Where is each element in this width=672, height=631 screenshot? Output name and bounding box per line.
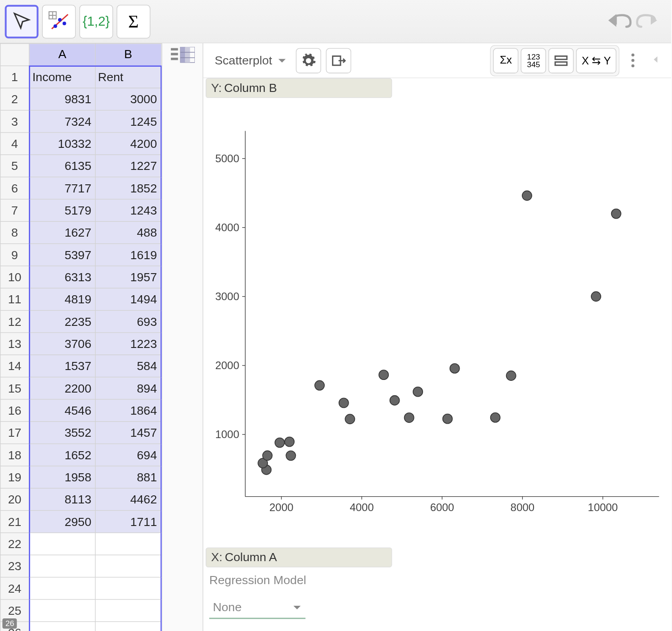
cell-B18[interactable]: 694 [95, 444, 161, 466]
cell-A21[interactable]: 2950 [29, 511, 95, 533]
cell-A1[interactable]: Income [29, 66, 95, 88]
x-axis-label[interactable]: X: Column A [206, 548, 392, 567]
cell-A13[interactable]: 3706 [29, 333, 95, 355]
cell-A10[interactable]: 6313 [29, 266, 95, 288]
row-head-1[interactable]: 1 [0, 66, 29, 88]
row-head-3[interactable]: 3 [0, 110, 29, 133]
row-head-24[interactable]: 24 [0, 577, 29, 599]
cell-A7[interactable]: 5179 [29, 199, 95, 221]
cell-B1[interactable]: Rent [95, 66, 161, 88]
row-head-20[interactable]: 20 [0, 488, 29, 510]
layout-button[interactable] [548, 48, 574, 73]
row-head-23[interactable]: 23 [0, 555, 29, 577]
col-head-B[interactable]: B [95, 44, 161, 66]
show-data-button[interactable]: 123345 [521, 48, 546, 73]
scatter-plot[interactable]: 1000200030004000500020004000600080001000… [203, 101, 665, 545]
row-head-11[interactable]: 11 [0, 288, 29, 310]
cell-B11[interactable]: 1494 [95, 288, 161, 310]
cell-B8[interactable]: 488 [95, 221, 161, 243]
cell-A11[interactable]: 4819 [29, 288, 95, 310]
row-head-13[interactable]: 13 [0, 333, 29, 355]
cell-A17[interactable]: 3552 [29, 421, 95, 444]
cell-A22[interactable] [29, 533, 95, 555]
cell-A3[interactable]: 7324 [29, 110, 95, 133]
row-head-17[interactable]: 17 [0, 421, 29, 444]
cell-B20[interactable]: 4462 [95, 488, 161, 510]
redo-button[interactable] [635, 11, 660, 32]
cell-B2[interactable]: 3000 [95, 88, 161, 110]
row-head-9[interactable]: 9 [0, 244, 29, 266]
row-head-18[interactable]: 18 [0, 444, 29, 466]
row-head-5[interactable]: 5 [0, 155, 29, 177]
sigma-tool[interactable]: Σ [117, 5, 151, 38]
cell-B3[interactable]: 1245 [95, 110, 161, 133]
cell-A12[interactable]: 2235 [29, 311, 95, 333]
pointer-tool[interactable] [5, 5, 39, 38]
cell-B10[interactable]: 1957 [95, 266, 161, 288]
more-menu[interactable] [624, 54, 641, 68]
cell-B26[interactable] [95, 622, 161, 631]
row-head-7[interactable]: 7 [0, 199, 29, 221]
cell-B16[interactable]: 1864 [95, 399, 161, 421]
cell-B12[interactable]: 693 [95, 311, 161, 333]
regression-select[interactable]: None [209, 597, 305, 619]
row-head-14[interactable]: 14 [0, 355, 29, 377]
col-head-A[interactable]: A [29, 44, 95, 66]
cell-A2[interactable]: 9831 [29, 88, 95, 110]
cell-B24[interactable] [95, 577, 161, 599]
row-head-21[interactable]: 21 [0, 511, 29, 533]
stats-sigma-button[interactable]: Σx [493, 48, 519, 73]
undo-button[interactable] [608, 11, 633, 32]
chart-type-select[interactable]: Scatterplot [208, 49, 290, 71]
cell-A20[interactable]: 8113 [29, 488, 95, 510]
row-head-6[interactable]: 6 [0, 177, 29, 199]
cell-B25[interactable] [95, 599, 161, 622]
cell-A24[interactable] [29, 577, 95, 599]
cell-B5[interactable]: 1227 [95, 155, 161, 177]
cell-A4[interactable]: 10332 [29, 133, 95, 155]
cell-B9[interactable]: 1619 [95, 244, 161, 266]
y-axis-label[interactable]: Y: Column B [206, 78, 392, 98]
row-head-4[interactable]: 4 [0, 133, 29, 155]
list-tool[interactable]: {1,2} [79, 5, 113, 38]
cell-B4[interactable]: 4200 [95, 133, 161, 155]
cell-A6[interactable]: 7717 [29, 177, 95, 199]
row-head-2[interactable]: 2 [0, 88, 29, 110]
cell-B13[interactable]: 1223 [95, 333, 161, 355]
cell-A5[interactable]: 6135 [29, 155, 95, 177]
cell-A15[interactable]: 2200 [29, 377, 95, 399]
cell-B15[interactable]: 894 [95, 377, 161, 399]
cell-A19[interactable]: 1958 [29, 466, 95, 488]
row-head-16[interactable]: 16 [0, 399, 29, 421]
cell-A26[interactable] [29, 622, 95, 631]
row-head-19[interactable]: 19 [0, 466, 29, 488]
settings-button[interactable] [295, 48, 321, 73]
cell-A25[interactable] [29, 599, 95, 622]
cell-B6[interactable]: 1852 [95, 177, 161, 199]
cell-A18[interactable]: 1652 [29, 444, 95, 466]
cell-B23[interactable] [95, 555, 161, 577]
cell-A14[interactable]: 1537 [29, 355, 95, 377]
row-head-8[interactable]: 8 [0, 221, 29, 243]
scatter-tool[interactable] [42, 5, 76, 38]
spreadsheet-table[interactable]: AB1IncomeRent298313000373241245410332420… [0, 43, 162, 631]
cell-A23[interactable] [29, 555, 95, 577]
row-head-15[interactable]: 15 [0, 377, 29, 399]
cell-B19[interactable]: 881 [95, 466, 161, 488]
row-head-12[interactable]: 12 [0, 311, 29, 333]
cell-A16[interactable]: 4546 [29, 399, 95, 421]
cell-B17[interactable]: 1457 [95, 421, 161, 444]
row-head-10[interactable]: 10 [0, 266, 29, 288]
y-axis-value: Column B [224, 81, 277, 95]
export-button[interactable] [326, 48, 351, 73]
row-head-22[interactable]: 22 [0, 533, 29, 555]
table-highlight-icon[interactable] [170, 47, 194, 65]
cell-B21[interactable]: 1711 [95, 511, 161, 533]
collapse-panel-button[interactable] [646, 54, 666, 67]
swap-xy-button[interactable]: X ⇆ Y [576, 48, 617, 73]
cell-B14[interactable]: 584 [95, 355, 161, 377]
cell-A8[interactable]: 1627 [29, 221, 95, 243]
cell-B7[interactable]: 1243 [95, 199, 161, 221]
cell-B22[interactable] [95, 533, 161, 555]
cell-A9[interactable]: 5397 [29, 244, 95, 266]
